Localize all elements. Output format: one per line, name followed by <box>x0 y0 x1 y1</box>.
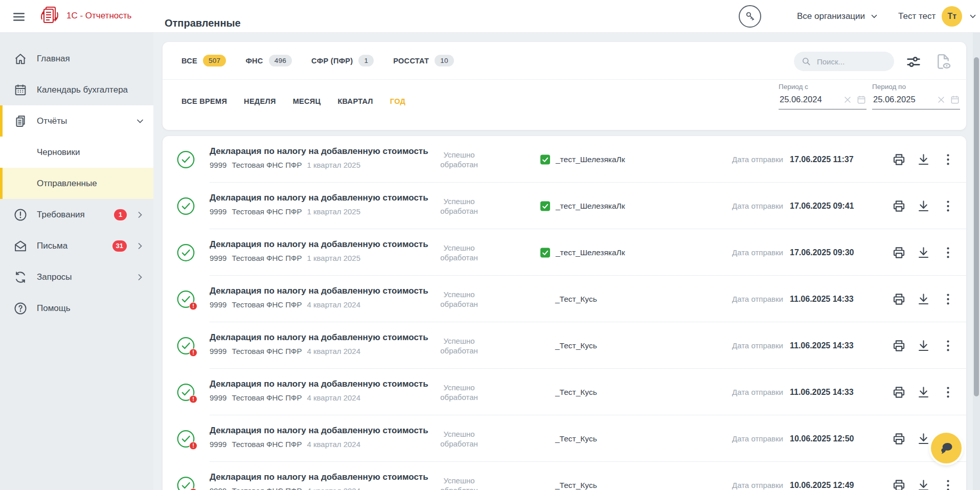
report-row[interactable]: !Декларация по налогу на добавленную сто… <box>163 462 966 490</box>
printer-icon <box>892 385 906 399</box>
report-org: Тестовая ФНС ПФР <box>232 486 302 490</box>
report-code: 9999 <box>210 161 226 169</box>
sidebar-item-sent[interactable]: Отправленные <box>0 168 153 199</box>
scrollbar-track[interactable] <box>973 33 980 490</box>
print-button[interactable] <box>892 385 906 399</box>
menu-hamburger-icon[interactable] <box>11 9 27 24</box>
row-menu-button[interactable] <box>941 292 955 306</box>
row-menu-button[interactable] <box>941 478 955 490</box>
report-org: Тестовая ФНС ПФР <box>232 440 302 449</box>
download-button[interactable] <box>917 152 930 166</box>
report-subtitle: 9999Тестовая ФНС ПФР4 квартал 2024 <box>210 486 428 490</box>
print-button[interactable] <box>892 152 906 166</box>
recipient-name: _Тест_Кусь <box>555 388 597 397</box>
recipient-name: _тест_ШелезякаЛк <box>556 202 625 211</box>
row-menu-button[interactable] <box>941 385 955 399</box>
sidebar-item-drafts[interactable]: Черновики <box>0 137 153 168</box>
sidebar-item-label: Письма <box>37 241 67 251</box>
report-code: 9999 <box>210 347 226 355</box>
warning-badge-icon: ! <box>189 395 197 403</box>
document-preview-button[interactable] <box>935 53 952 71</box>
download-button[interactable] <box>917 199 930 213</box>
report-main: Декларация по налогу на добавленную стои… <box>210 239 428 262</box>
calendar-picker-icon[interactable] <box>856 95 867 105</box>
sidebar-item-requests[interactable]: Запросы <box>0 261 153 293</box>
status-check-circle-icon <box>176 196 195 215</box>
print-button[interactable] <box>892 292 906 306</box>
sent-date-label: Дата отправки <box>732 295 783 303</box>
sidebar-item-help[interactable]: Помощь <box>0 293 153 324</box>
print-button[interactable] <box>892 246 906 259</box>
sent-date-cell: Дата отправки11.06.2025 14:33 <box>732 295 854 304</box>
report-title: Декларация по налогу на добавленную стои… <box>210 472 428 482</box>
print-button[interactable] <box>892 199 906 213</box>
row-menu-button[interactable] <box>941 152 955 166</box>
report-row[interactable]: Декларация по налогу на добавленную стои… <box>163 229 966 276</box>
report-row[interactable]: !Декларация по налогу на добавленную сто… <box>163 369 966 415</box>
sidebar-item-requirements[interactable]: Требования1 <box>0 199 153 230</box>
row-menu-button[interactable] <box>941 339 955 352</box>
clear-icon[interactable] <box>936 95 946 105</box>
download-icon <box>917 152 930 166</box>
time-chip-all-time[interactable]: ВСЕ ВРЕМЯ <box>181 97 227 105</box>
download-button[interactable] <box>917 292 930 306</box>
sent-date-label: Дата отправки <box>732 434 783 443</box>
report-main: Декларация по налогу на добавленную стои… <box>210 193 428 216</box>
period-to-input[interactable] <box>872 94 932 105</box>
printer-icon <box>892 152 906 166</box>
recipient-cell: _тест_ШелезякаЛк <box>540 201 625 211</box>
period-from-input[interactable] <box>779 94 839 105</box>
row-menu-button[interactable] <box>941 246 955 259</box>
tab-fns[interactable]: ФНС496 <box>245 55 292 66</box>
app-logo[interactable]: 1С - Отчетность <box>38 5 131 27</box>
download-button[interactable] <box>917 246 930 259</box>
download-button[interactable] <box>917 339 930 352</box>
report-subtitle: 9999Тестовая ФНС ПФР1 квартал 2025 <box>210 161 428 169</box>
report-subtitle: 9999Тестовая ФНС ПФР4 квартал 2024 <box>210 393 428 402</box>
report-row[interactable]: !Декларация по налогу на добавленную сто… <box>163 322 966 369</box>
download-button[interactable] <box>917 385 930 399</box>
calendar-picker-icon[interactable] <box>950 95 960 105</box>
sidebar-item-reports[interactable]: Отчёты <box>0 105 153 137</box>
time-chip-month[interactable]: МЕСЯЦ <box>293 97 321 105</box>
source-tabs: ВСЕ507ФНС496СФР (ПФР)1РОССТАТ10 <box>181 55 454 66</box>
recipient-name: _Тест_Кусь <box>555 434 597 443</box>
organization-selector[interactable]: Все организации <box>797 0 879 33</box>
sent-date-label: Дата отправки <box>732 155 783 164</box>
report-row[interactable]: !Декларация по налогу на добавленную сто… <box>163 415 966 462</box>
report-row[interactable]: Декларация по налогу на добавленную стои… <box>163 183 966 229</box>
print-button[interactable] <box>892 478 906 490</box>
row-menu-button[interactable] <box>941 199 955 213</box>
tab-rosstat[interactable]: РОССТАТ10 <box>393 55 454 66</box>
tab-all[interactable]: ВСЕ507 <box>181 55 226 66</box>
scrollbar-thumb[interactable] <box>974 57 979 396</box>
search-box <box>794 52 894 71</box>
sent-date-value: 17.06.2025 09:30 <box>790 248 854 257</box>
download-button[interactable] <box>917 432 930 446</box>
report-row[interactable]: !Декларация по налогу на добавленную сто… <box>163 276 966 322</box>
key-button[interactable] <box>739 5 761 28</box>
download-button[interactable] <box>917 478 930 490</box>
status-text: Успешно обработан <box>426 242 492 262</box>
sidebar-item-letters[interactable]: Письма31 <box>0 230 153 261</box>
tab-sfr-pfr[interactable]: СФР (ПФР)1 <box>311 55 374 66</box>
time-chip-week[interactable]: НЕДЕЛЯ <box>244 97 276 105</box>
active-indicator <box>0 105 3 137</box>
advanced-filters-button[interactable] <box>905 54 922 70</box>
print-button[interactable] <box>892 432 906 446</box>
report-row[interactable]: Декларация по налогу на добавленную стои… <box>163 136 966 183</box>
chat-support-button[interactable] <box>931 433 962 463</box>
printer-icon <box>892 339 906 352</box>
clear-icon[interactable] <box>842 95 853 105</box>
time-chip-year[interactable]: ГОД <box>390 97 405 105</box>
search-input[interactable] <box>816 57 887 66</box>
time-chip-quarter[interactable]: КВАРТАЛ <box>337 97 373 105</box>
period-from-label: Период с <box>779 83 867 91</box>
report-title: Декларация по налогу на добавленную стои… <box>210 146 428 157</box>
sidebar-item-label: Отправленные <box>37 179 97 189</box>
brand-name: 1С - Отчетность <box>66 11 131 21</box>
print-button[interactable] <box>892 339 906 352</box>
sidebar-item-calendar[interactable]: Календарь бухгалтера <box>0 74 153 105</box>
sidebar-item-home[interactable]: Главная <box>0 43 153 74</box>
user-menu[interactable]: Тест тест Тт <box>898 0 977 33</box>
